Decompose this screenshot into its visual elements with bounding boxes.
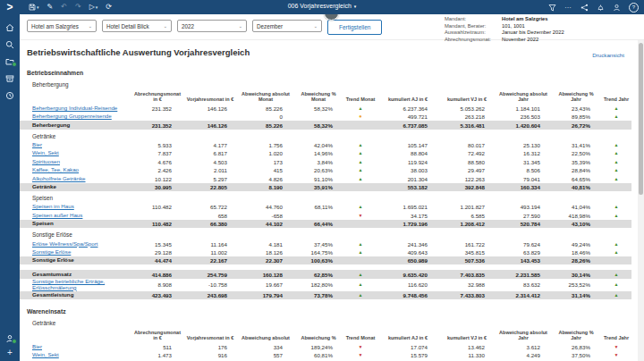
- trend-up-icon: ▲: [614, 281, 619, 287]
- add-button[interactable]: +: [7, 348, 13, 357]
- row-link[interactable]: Bier: [32, 141, 42, 147]
- row-link[interactable]: Beherbergung Individual-Reisende: [32, 105, 117, 111]
- value-cell: 5.316.481: [438, 122, 496, 129]
- value-cell: 29.497: [438, 167, 496, 173]
- search-icon[interactable]: [5, 39, 15, 49]
- trend-up-icon: ▲: [359, 204, 363, 209]
- value-cell: -10.758: [182, 281, 238, 288]
- column-header: kumuliert VJ in €: [438, 335, 496, 340]
- report-area: Druckansicht Betriebswirtschaftliche Aus…: [20, 39, 637, 361]
- value-cell: 243.698: [182, 292, 238, 298]
- folder-icon[interactable]: [5, 56, 15, 66]
- info-value: Hotel am Salzgries: [502, 16, 548, 22]
- column-header: Trend Monat: [343, 335, 377, 340]
- finish-button[interactable]: Fertigstellen: [327, 20, 382, 35]
- row-link[interactable]: Speisen im Haus: [32, 203, 74, 209]
- value-cell: 415: [238, 167, 293, 173]
- value-cell: 80.017: [438, 142, 496, 148]
- row-link[interactable]: Wein, Sekt: [32, 149, 59, 155]
- filter-bar: Hotel am Salzgries⌄ Hotel Detail Blick⌄ …: [20, 14, 644, 40]
- value-cell: 2.231.585: [496, 272, 551, 278]
- value-cell: 11.330: [438, 352, 496, 358]
- value-cell: 7.433.803: [438, 292, 496, 298]
- row-link[interactable]: Beherbergung Gruppenreisende: [32, 113, 112, 119]
- save-button[interactable]: ▾: [29, 4, 39, 11]
- value-cell: 40,81%: [551, 184, 601, 190]
- value-cell: 4.249: [496, 352, 551, 358]
- archive-icon[interactable]: [5, 73, 15, 83]
- row-link[interactable]: Alkoholfreie Getränke: [32, 175, 86, 181]
- home-icon[interactable]: [5, 22, 15, 32]
- vertical-scrollbar[interactable]: [638, 39, 644, 361]
- column-header: Trend Jahr: [601, 97, 631, 102]
- value-cell: 4.676: [132, 159, 182, 165]
- app-logo-icon[interactable]: >: [0, 1, 20, 13]
- run-button[interactable]: ▷▾: [89, 4, 98, 11]
- value-cell: 10.122: [132, 176, 182, 182]
- value-cell: 414.886: [132, 272, 182, 278]
- value-cell: 231.352: [132, 122, 182, 129]
- value-cell: 22.805: [182, 184, 238, 190]
- history-clock-icon[interactable]: [5, 90, 15, 100]
- help-icon[interactable]: ?: [629, 3, 639, 13]
- title-dropdown-icon[interactable]: ▾: [354, 4, 357, 9]
- user-account-icon[interactable]: [5, 333, 15, 343]
- value-cell: 37,45%: [293, 241, 343, 248]
- edit-button[interactable]: ✎: [47, 4, 54, 11]
- column-header: kumuliert AJ in €: [377, 335, 438, 340]
- scrollbar-thumb[interactable]: [639, 43, 643, 195]
- row-link[interactable]: Bier: [32, 343, 42, 349]
- section-label: Wareneinsatz: [20, 305, 637, 316]
- value-cell: 73,78%: [293, 292, 343, 298]
- row-link[interactable]: Speisen außer Haus: [32, 212, 82, 218]
- value-cell: 5.297: [182, 176, 238, 182]
- row-link[interactable]: Spirituosen: [32, 158, 60, 164]
- view-select[interactable]: Hotel Detail Blick⌄: [102, 20, 172, 32]
- column-header: Abweichung %: [293, 335, 343, 340]
- value-cell: 557: [238, 352, 293, 358]
- row-link[interactable]: Sonstige betriebliche Erträge, Erlösschm…: [32, 278, 105, 290]
- row-link[interactable]: Erlöse Wellness/Spa/Sport: [32, 240, 97, 247]
- column-header: Abweichung % Jahr: [551, 330, 601, 341]
- document-title[interactable]: 006 Vorjahresvergleich▾: [288, 3, 357, 9]
- total-row: Gesamtleistung423.493243.698179.79473,78…: [20, 291, 631, 299]
- row-label: Speisen im Haus: [27, 204, 132, 210]
- row-link[interactable]: Sonstige Erlöse: [32, 248, 71, 255]
- value-cell: 34.175: [377, 213, 438, 219]
- client-select[interactable]: Hotel am Salzgries⌄: [27, 20, 97, 32]
- trend-cell: ▲: [601, 293, 631, 298]
- share-icon[interactable]: [580, 4, 589, 12]
- save-dropdown-icon[interactable]: ▾: [37, 5, 39, 10]
- year-select[interactable]: 2022⌄: [177, 20, 247, 32]
- column-header: Abrechnungsmonat in €: [132, 330, 182, 341]
- run-dropdown-icon[interactable]: ▾: [96, 5, 98, 10]
- more-options-icon[interactable]: …: [564, 3, 572, 10]
- value-cell: 44.760: [238, 204, 293, 210]
- user-profile-icon[interactable]: [613, 4, 621, 12]
- value-cell: 1.201.827: [438, 204, 496, 210]
- value-cell: 511: [132, 344, 182, 350]
- undo-button[interactable]: ↶: [61, 4, 67, 11]
- trend-up-icon: ▲: [614, 167, 619, 172]
- print-view-link[interactable]: Druckansicht: [592, 52, 624, 58]
- month-select[interactable]: Dezember⌄: [252, 20, 322, 32]
- column-header: Trend Monat: [343, 97, 377, 102]
- value-cell: 83.632: [496, 281, 551, 288]
- trend-down-icon: ▼: [359, 344, 363, 349]
- filter-icon[interactable]: [548, 4, 556, 12]
- notifications-bell-icon[interactable]: [597, 4, 605, 12]
- row-label: Wein, Sekt: [27, 352, 132, 358]
- row-link[interactable]: Wein, Sekt: [32, 351, 59, 357]
- row-link[interactable]: Kaffee, Tee, Kakao: [32, 166, 79, 172]
- total-row: Speisen110.48266.38044.10266,44%1.729.19…: [20, 220, 631, 228]
- value-cell: 18.126: [238, 249, 293, 256]
- value-cell: 507.536: [438, 257, 496, 264]
- value-cell: 2.426: [132, 167, 182, 173]
- refresh-button[interactable]: ⟳: [106, 4, 112, 11]
- value-cell: 22.307: [238, 257, 293, 264]
- trend-cell: ▲: [343, 151, 377, 155]
- value-cell: 916: [182, 352, 238, 358]
- redo-button[interactable]: ↷: [75, 4, 81, 11]
- value-cell: 16.312: [496, 150, 551, 156]
- value-cell: 13.462: [438, 344, 496, 350]
